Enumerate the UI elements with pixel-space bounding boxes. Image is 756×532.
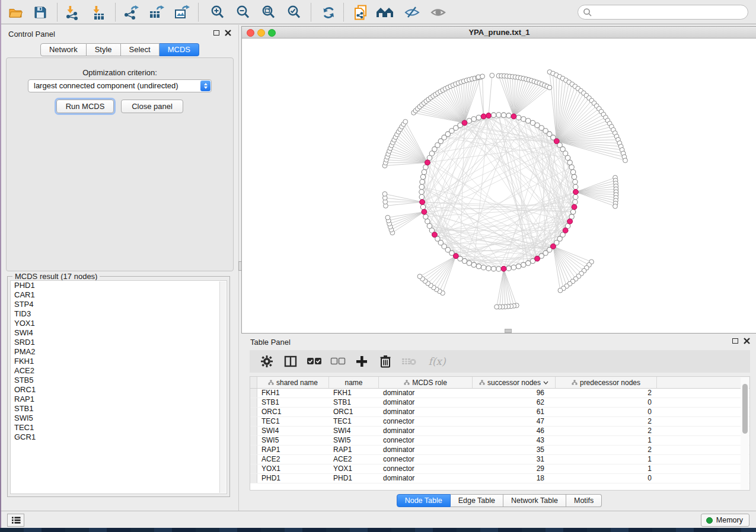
clone-network-icon[interactable] (352, 4, 370, 21)
import-table-icon[interactable] (90, 4, 107, 21)
search-input[interactable] (592, 7, 748, 18)
import-network-icon[interactable] (63, 4, 81, 21)
cell-predecessor-nodes: 0 (556, 408, 657, 416)
refresh-icon[interactable] (320, 4, 337, 21)
column-header-predecessor-nodes[interactable]: predecessor nodes (556, 377, 657, 388)
table-row[interactable]: YOX1YOX1connector291 (250, 464, 749, 474)
export-table-icon[interactable] (148, 4, 165, 21)
row-gutter (250, 389, 257, 398)
save-icon[interactable] (31, 4, 49, 21)
network-scroll-handle[interactable] (505, 329, 512, 333)
memory-button[interactable]: Memory (701, 514, 749, 527)
column-header-name[interactable]: name (329, 377, 379, 388)
cell-predecessor-nodes: 2 (556, 427, 657, 435)
result-node[interactable]: STB1 (11, 404, 227, 414)
tab-mcds[interactable]: MCDS (160, 43, 199, 56)
show-all-icon[interactable] (429, 4, 447, 21)
first-neighbors-icon[interactable] (375, 4, 393, 21)
result-node[interactable]: GCR1 (11, 432, 227, 442)
show-columns-icon[interactable] (282, 353, 299, 370)
cell-MCDS-role: dominator (379, 408, 473, 416)
column-header-MCDS-role[interactable]: MCDS role (379, 377, 473, 388)
tab-select[interactable]: Select (121, 43, 160, 56)
result-node[interactable]: ACE2 (11, 366, 227, 376)
column-hierarchy-icon (268, 380, 274, 385)
result-node[interactable]: TID3 (11, 309, 227, 319)
result-list-scrollbar[interactable] (219, 281, 226, 493)
search-field[interactable] (578, 5, 748, 20)
result-node[interactable]: CAR1 (11, 290, 227, 300)
cell-name: TEC1 (329, 417, 379, 426)
result-node[interactable]: FKH1 (11, 357, 227, 366)
cell-successor-nodes: 62 (473, 398, 556, 407)
cell-shared-name: FKH1 (257, 389, 329, 398)
result-node[interactable]: STP4 (11, 300, 227, 309)
table-row[interactable]: FKH1FKH1dominator962 (250, 389, 749, 398)
table-row[interactable]: TEC1TEC1connector472 (250, 417, 749, 427)
float-panel-icon[interactable] (213, 30, 219, 36)
table-scrollbar[interactable] (741, 377, 749, 489)
float-panel-icon[interactable] (732, 338, 738, 344)
run-mcds-button[interactable]: Run MCDS (56, 100, 114, 113)
column-hierarchy-icon (479, 380, 485, 385)
status-menu-button[interactable] (7, 514, 24, 527)
result-node[interactable]: SWI5 (11, 414, 227, 423)
zoom-fit-icon[interactable] (260, 4, 277, 21)
open-icon[interactable] (7, 4, 25, 21)
hide-selected-icon[interactable] (403, 4, 421, 21)
export-image-icon[interactable] (173, 4, 191, 21)
cell-shared-name: PHD1 (257, 474, 329, 483)
tab-edge-table[interactable]: Edge Table (451, 494, 503, 507)
table-row[interactable]: SWI5SWI5connector431 (250, 436, 749, 446)
export-network-icon[interactable] (122, 4, 140, 21)
function-builder-icon[interactable]: f(x) (424, 353, 450, 370)
result-node[interactable]: STB5 (11, 376, 227, 385)
criterion-dropdown[interactable]: largest connected component (undirected) (28, 79, 212, 92)
row-gutter (250, 398, 257, 407)
result-node[interactable]: SRD1 (11, 338, 227, 347)
mcds-result-title: MCDS result (17 nodes) (12, 272, 100, 281)
cell-name: RAP1 (329, 446, 379, 454)
table-row[interactable]: RAP1RAP1dominator352 (250, 446, 749, 455)
deselect-all-icon[interactable] (329, 353, 347, 370)
result-node[interactable]: ORC1 (11, 385, 227, 395)
tab-style[interactable]: Style (87, 43, 121, 56)
node-table[interactable]: shared namenameMCDS rolesuccessor nodesp… (250, 376, 750, 491)
result-node[interactable]: TEC1 (11, 423, 227, 432)
delete-table-icon[interactable] (400, 353, 418, 370)
tab-node-table[interactable]: Node Table (397, 494, 451, 507)
result-node[interactable]: PHD1 (11, 281, 227, 290)
result-node[interactable]: SWI4 (11, 328, 227, 338)
column-hierarchy-icon (404, 380, 410, 385)
table-row[interactable]: SWI4SWI4dominator462 (250, 427, 749, 436)
result-node[interactable]: RAP1 (11, 395, 227, 404)
close-panel-icon[interactable] (225, 30, 231, 36)
tab-network[interactable]: Network (40, 43, 87, 56)
result-node[interactable]: YOX1 (11, 319, 227, 328)
column-header-successor-nodes[interactable]: successor nodes (473, 377, 556, 388)
table-row[interactable]: ACE2ACE2connector311 (250, 455, 749, 464)
close-panel-icon[interactable] (744, 338, 750, 344)
table-row[interactable]: STB1STB1dominator620 (250, 398, 749, 408)
settings-gear-icon[interactable] (258, 353, 276, 370)
network-window-titlebar[interactable]: YPA_prune.txt_1 (242, 27, 756, 39)
close-panel-button[interactable]: Close panel (121, 100, 183, 113)
network-canvas[interactable] (242, 39, 756, 333)
table-row[interactable]: PHD1PHD1dominator180 (250, 474, 749, 483)
zoom-out-icon[interactable] (234, 4, 252, 21)
cell-predecessor-nodes: 1 (556, 436, 657, 445)
cell-predecessor-nodes: 2 (556, 417, 657, 426)
table-row[interactable]: ORC1ORC1dominator610 (250, 408, 749, 417)
select-all-icon[interactable] (305, 353, 323, 370)
result-node[interactable]: PMA2 (11, 347, 227, 357)
tab-network-table[interactable]: Network Table (503, 494, 566, 507)
zoom-selected-icon[interactable] (285, 4, 303, 21)
column-header-shared-name[interactable]: shared name (257, 377, 329, 388)
tab-motifs[interactable]: Motifs (566, 494, 602, 507)
delete-icon[interactable] (377, 353, 394, 370)
zoom-in-icon[interactable] (209, 4, 227, 21)
mcds-result-list[interactable]: PHD1CAR1STP4TID3YOX1SWI4SRD1PMA2FKH1ACE2… (10, 280, 227, 494)
table-scrollbar-thumb[interactable] (742, 384, 748, 434)
cell-MCDS-role: dominator (379, 398, 473, 407)
add-column-icon[interactable] (353, 353, 371, 370)
